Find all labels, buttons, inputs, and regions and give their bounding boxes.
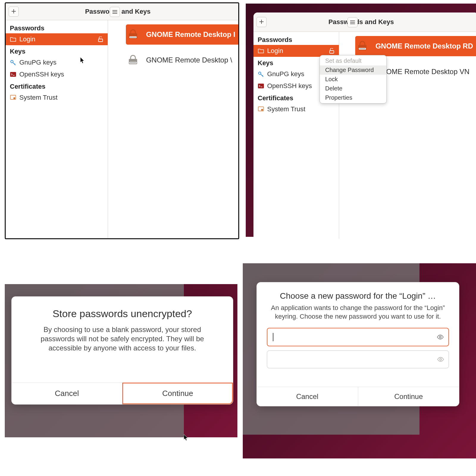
svg-point-10 <box>134 37 134 37</box>
sidebar-item-system-trust[interactable]: System Trust <box>253 103 339 115</box>
terminal-icon <box>258 83 264 89</box>
svg-point-18 <box>135 62 136 63</box>
sidebar-item-label: OpenSSH keys <box>267 82 312 90</box>
sidebar-item-login[interactable]: Login <box>6 33 108 45</box>
dialog-body: An application wants to change the passw… <box>257 304 459 328</box>
svg-point-16 <box>133 62 133 63</box>
key-icon <box>258 71 264 77</box>
svg-rect-21 <box>258 84 264 88</box>
key-icon <box>10 59 16 66</box>
content-pane: GNOME Remote Desktop I GNOME Remote Desk… <box>108 20 238 239</box>
confirm-password-field[interactable] <box>267 350 449 368</box>
text-caret <box>273 333 273 341</box>
svg-point-8 <box>131 37 132 37</box>
new-password-input[interactable] <box>276 333 433 342</box>
sidebar-heading-passwords: Passwords <box>6 22 108 33</box>
svg-point-27 <box>361 48 361 49</box>
sidebar-item-label: GnuPG keys <box>267 70 304 78</box>
list-item[interactable]: GNOME Remote Desktop \ <box>126 50 238 70</box>
menu-item-properties[interactable]: Properties <box>320 93 386 102</box>
svg-point-26 <box>360 48 360 49</box>
password-entry-icon <box>126 53 140 67</box>
sidebar-item-label: System Trust <box>19 94 57 101</box>
svg-point-11 <box>135 37 136 37</box>
list-item-label: GNOME Remote Desktop I <box>146 30 235 39</box>
certificate-icon <box>258 106 264 112</box>
menu-button[interactable] <box>110 7 120 17</box>
svg-point-28 <box>362 48 363 49</box>
svg-point-15 <box>131 62 132 63</box>
menu-item-delete[interactable]: Delete <box>320 84 386 93</box>
window-title: Passwords and Keys <box>259 18 463 26</box>
hamburger-icon <box>350 19 355 26</box>
list-item[interactable]: GNOME Remote Desktop I <box>126 24 238 45</box>
reveal-password-icon[interactable] <box>436 333 444 341</box>
continue-button[interactable]: Continue <box>358 387 459 406</box>
svg-point-9 <box>133 37 133 37</box>
sidebar-item-label: Login <box>267 47 283 55</box>
dialog-body: By choosing to use a blank password, you… <box>12 325 233 365</box>
svg-rect-0 <box>98 39 103 42</box>
svg-point-4 <box>13 97 15 99</box>
hamburger-icon <box>112 9 117 15</box>
list-item[interactable]: GNOME Remote Desktop RD <box>355 36 476 56</box>
change-password-dialog: Choose a new password for the “Login” … … <box>256 282 459 406</box>
certificate-icon <box>10 94 16 101</box>
cancel-button[interactable]: Cancel <box>12 383 122 404</box>
svg-rect-19 <box>330 51 334 53</box>
list-item-label: GNOME Remote Desktop \ <box>146 56 232 64</box>
svg-point-20 <box>259 72 261 74</box>
menu-button[interactable] <box>347 17 358 27</box>
svg-point-39 <box>440 358 441 360</box>
menu-item-change-password[interactable]: Change Password <box>320 65 386 75</box>
store-unencrypted-dialog: Store passwords unencrypted? By choosing… <box>11 296 233 405</box>
sidebar-item-label: OpenSSH keys <box>19 71 64 78</box>
dialog-title: Store passwords unencrypted? <box>12 297 233 325</box>
password-entry-icon <box>355 39 369 53</box>
dialog-actions: Cancel Continue <box>257 387 459 406</box>
sidebar: Passwords Login Keys GnuPG keys <box>6 20 108 239</box>
new-password-field[interactable] <box>267 328 449 346</box>
dialog-title: Choose a new password for the “Login” … <box>257 282 459 304</box>
folder-icon <box>10 36 16 43</box>
dialog-actions: Cancel Continue <box>12 383 233 404</box>
sidebar-item-label: GnuPG keys <box>19 59 57 66</box>
reveal-password-icon[interactable] <box>437 356 444 363</box>
svg-point-30 <box>364 48 365 49</box>
sidebar-heading-certs: Certificates <box>6 80 108 92</box>
list-item-label: GNOME Remote Desktop VN <box>375 68 469 76</box>
menu-item-set-default: Set as default <box>320 56 386 65</box>
header-bar: Passwords and Keys <box>253 12 476 32</box>
cancel-button[interactable]: Cancel <box>257 387 358 406</box>
svg-point-23 <box>261 109 263 111</box>
svg-point-38 <box>439 336 441 338</box>
menu-item-lock[interactable]: Lock <box>320 75 386 84</box>
sidebar-item-openssh[interactable]: OpenSSH keys <box>6 68 108 80</box>
list-item-label: GNOME Remote Desktop RD <box>375 42 473 50</box>
sidebar-item-label: Login <box>19 35 35 43</box>
sidebar-item-label: System Trust <box>267 105 305 113</box>
seahorse-window-panel-1: Passwords and Keys Passwords Login Keys <box>5 2 239 239</box>
context-menu: Set as default Change Password Lock Dele… <box>320 55 387 104</box>
confirm-password-input[interactable] <box>271 355 434 364</box>
svg-point-1 <box>11 60 13 63</box>
svg-point-17 <box>134 62 134 63</box>
sidebar-heading-passwords: Passwords <box>253 34 339 45</box>
folder-icon <box>258 48 264 54</box>
sidebar-item-system-trust[interactable]: System Trust <box>6 92 108 104</box>
unlock-icon <box>98 36 104 42</box>
svg-rect-2 <box>10 72 16 77</box>
terminal-icon <box>10 71 16 78</box>
seahorse-window-panel-2: Passwords and Keys Passwords Login Keys <box>253 12 476 239</box>
sidebar-heading-keys: Keys <box>6 45 108 57</box>
unlock-icon <box>329 48 335 54</box>
svg-point-29 <box>363 48 364 49</box>
header-bar: Passwords and Keys <box>6 3 238 20</box>
continue-button[interactable]: Continue <box>122 383 233 404</box>
svg-point-14 <box>130 62 131 63</box>
password-entry-icon <box>126 27 140 42</box>
sidebar-item-gnupg[interactable]: GnuPG keys <box>6 57 108 68</box>
svg-point-7 <box>130 37 131 37</box>
